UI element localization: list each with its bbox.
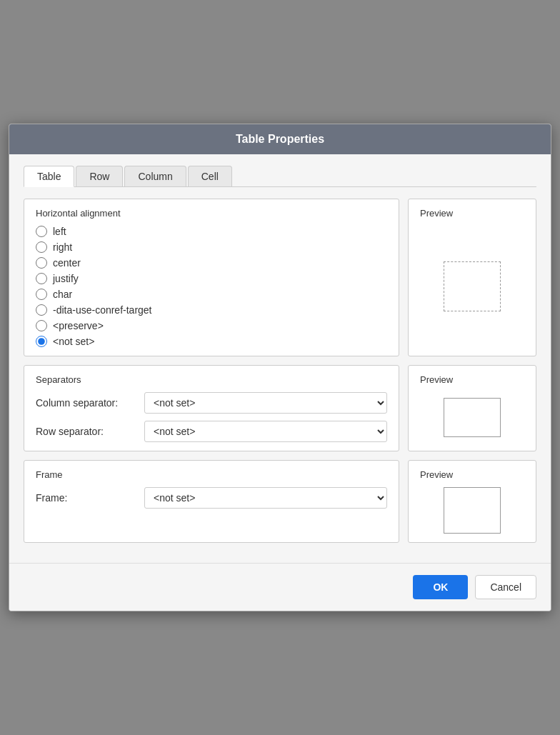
radio-label-dita: -dita-use-conref-target xyxy=(53,304,152,316)
dialog-footer: OK Cancel xyxy=(9,563,551,611)
frame-main: Frame Frame: <not set> all bottom none s… xyxy=(24,460,399,543)
radio-right[interactable]: right xyxy=(36,241,387,253)
horizontal-alignment-title: Horizontal alignment xyxy=(36,208,387,219)
radio-char[interactable]: char xyxy=(36,289,387,300)
separators-section: Separators Column separator: <not set> 0… xyxy=(24,365,536,451)
sep-preview-box xyxy=(444,398,501,437)
tab-column[interactable]: Column xyxy=(124,166,186,186)
frame-preview-box xyxy=(444,487,501,534)
frame-preview-container xyxy=(420,487,524,534)
radio-label-not-set: <not set> xyxy=(53,336,94,347)
radio-left[interactable]: left xyxy=(36,226,387,237)
frame-label: Frame: xyxy=(36,492,136,504)
radio-input-center[interactable] xyxy=(36,257,47,269)
tab-row[interactable]: Row xyxy=(76,166,123,186)
frame-preview-label: Preview xyxy=(420,469,453,480)
horizontal-alignment-preview: Preview xyxy=(408,199,536,356)
radio-dita-use-conref-target[interactable]: -dita-use-conref-target xyxy=(36,304,387,316)
column-separator-row: Column separator: <not set> 0 1 xyxy=(36,392,387,414)
row-separator-select[interactable]: <not set> 0 1 xyxy=(144,421,387,442)
radio-justify[interactable]: justify xyxy=(36,273,387,284)
radio-input-right[interactable] xyxy=(36,241,47,253)
radio-input-preserve[interactable] xyxy=(36,320,47,331)
ha-preview-label: Preview xyxy=(420,208,453,219)
frame-section: Frame Frame: <not set> all bottom none s… xyxy=(24,460,536,543)
radio-label-left: left xyxy=(53,226,66,237)
radio-input-left[interactable] xyxy=(36,226,47,237)
frame-preview: Preview xyxy=(408,460,536,543)
radio-input-justify[interactable] xyxy=(36,273,47,284)
radio-input-dita[interactable] xyxy=(36,304,47,316)
cancel-button[interactable]: Cancel xyxy=(475,575,536,599)
column-separator-select[interactable]: <not set> 0 1 xyxy=(144,392,387,414)
tab-bar: Table Row Column Cell xyxy=(24,166,536,187)
radio-input-char[interactable] xyxy=(36,289,47,300)
dialog-body: Table Row Column Cell Horizontal alignme… xyxy=(9,154,551,563)
tab-table[interactable]: Table xyxy=(24,166,74,187)
column-separator-label: Column separator: xyxy=(36,397,136,409)
table-properties-dialog: Table Properties Table Row Column Cell H… xyxy=(9,124,551,611)
radio-center[interactable]: center xyxy=(36,257,387,269)
radio-preserve[interactable]: <preserve> xyxy=(36,320,387,331)
horizontal-alignment-section: Horizontal alignment left right center xyxy=(24,199,536,356)
row-separator-label: Row separator: xyxy=(36,426,136,437)
sep-preview-label: Preview xyxy=(420,374,453,385)
radio-label-right: right xyxy=(53,241,72,253)
frame-select[interactable]: <not set> all bottom none sides top topb… xyxy=(144,487,387,509)
sep-preview-container xyxy=(420,392,524,442)
radio-input-not-set[interactable] xyxy=(36,336,47,347)
ha-preview-box xyxy=(444,261,501,311)
separators-main: Separators Column separator: <not set> 0… xyxy=(24,365,399,451)
dialog-header: Table Properties xyxy=(9,124,551,154)
tab-cell[interactable]: Cell xyxy=(188,166,232,186)
horizontal-alignment-main: Horizontal alignment left right center xyxy=(24,199,399,356)
ha-preview-container xyxy=(420,226,524,347)
frame-row: Frame: <not set> all bottom none sides t… xyxy=(36,487,387,509)
radio-label-char: char xyxy=(53,289,72,300)
horizontal-alignment-radio-group: left right center justify xyxy=(36,226,387,347)
separators-title: Separators xyxy=(36,374,387,385)
separators-preview: Preview xyxy=(408,365,536,451)
dialog-title: Table Properties xyxy=(236,133,324,145)
row-separator-row: Row separator: <not set> 0 1 xyxy=(36,421,387,442)
radio-label-preserve: <preserve> xyxy=(53,320,104,331)
radio-label-center: center xyxy=(53,257,81,269)
frame-title: Frame xyxy=(36,469,387,480)
radio-label-justify: justify xyxy=(53,273,79,284)
ok-button[interactable]: OK xyxy=(413,575,468,599)
radio-not-set[interactable]: <not set> xyxy=(36,336,387,347)
